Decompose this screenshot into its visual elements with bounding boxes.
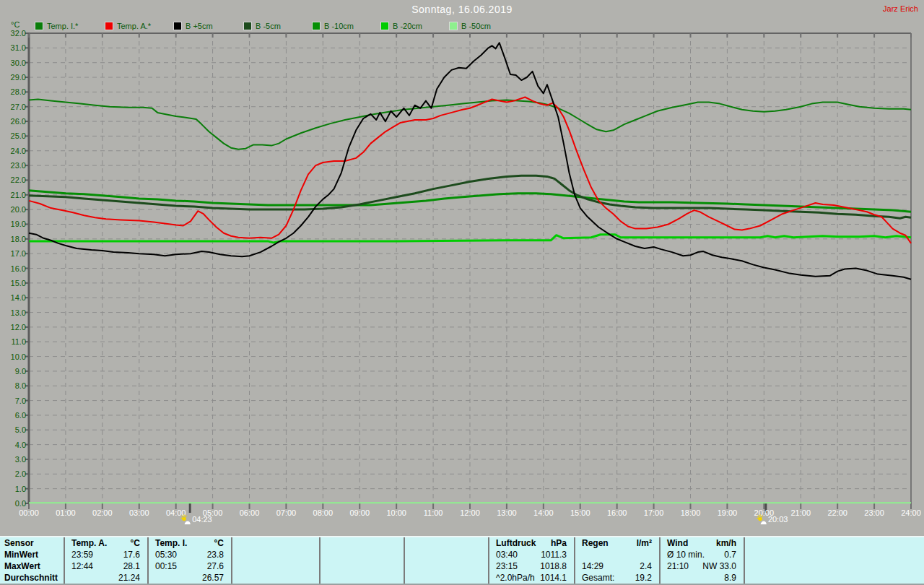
y-axis-tick-label: 1.0 [0, 485, 26, 494]
stats-value-time: 00:15 [149, 560, 177, 572]
stats-section-header: Temp. I.°C [149, 537, 231, 549]
stats-value-row [321, 549, 404, 560]
sunrise-marker: 04:23 [180, 514, 212, 524]
stats-value-time [321, 549, 327, 560]
stats-value [312, 572, 319, 584]
stats-value-row [745, 572, 924, 584]
stats-value-time [232, 560, 239, 572]
y-axis-tick-label: 16.0 [0, 264, 26, 274]
stats-section-header: LuftdruckhPa [489, 537, 574, 549]
stats-value [652, 549, 659, 560]
stats-section-name [321, 537, 327, 549]
y-axis-tick-label: 27.0 [0, 103, 26, 112]
y-axis-tick-label: 2.0 [0, 469, 26, 479]
y-axis-tick-label: 29.0 [0, 73, 26, 82]
stats-value [481, 572, 488, 584]
stats-section-regen: Regenl/m²14:292.4Gesamt:19.2 [574, 537, 659, 584]
stats-value: 28.1 [123, 560, 147, 572]
y-axis-tick-label: 0.0 [0, 499, 26, 508]
stats-value-row: 23:5917.6 [65, 549, 147, 560]
stats-value-time: Gesamt: [575, 572, 614, 584]
stats-value: 1014.1 [540, 572, 574, 584]
stats-section-name [232, 537, 239, 549]
sun-time-label: 04:23 [192, 514, 212, 524]
y-axis-tick-label: 18.0 [0, 235, 26, 244]
stats-value-row [405, 549, 488, 560]
stats-value-time [745, 572, 751, 584]
y-axis-tick-label: 14.0 [0, 293, 26, 303]
stats-value-row: 21:10NW 33.0 [661, 560, 744, 572]
y-axis-tick-label: 7.0 [0, 396, 26, 406]
stats-value-row: ^2.0hPa/h1014.1 [489, 572, 574, 584]
x-axis-tick-label: 07:00 [276, 508, 297, 517]
stats-value-time [575, 549, 582, 560]
y-axis-tick-label: 4.0 [0, 441, 26, 450]
stats-value-row: 03:401011.3 [489, 549, 574, 560]
stats-section-unit: hPa [551, 537, 574, 549]
stats-value-time [321, 572, 327, 584]
x-axis-tick-label: 14:00 [533, 508, 554, 517]
y-axis-tick-label: 20.0 [0, 205, 26, 214]
stats-value: 21.24 [118, 572, 147, 584]
y-axis-tick-label: 23.0 [0, 161, 26, 170]
x-axis-tick-label: 13:00 [497, 508, 517, 517]
stats-value [481, 560, 488, 572]
stats-section-empty [231, 537, 319, 584]
stats-section-unit: °C [214, 537, 231, 549]
stats-value-row [745, 560, 924, 572]
x-axis-tick-label: 08:00 [313, 508, 334, 517]
stats-section-empty [319, 537, 404, 584]
stats-value-row [232, 560, 319, 572]
stats-value [312, 560, 319, 572]
y-axis-tick-label: 26.0 [0, 117, 26, 126]
stats-value-time: 21:10 [661, 560, 689, 572]
y-axis-tick-label: 8.0 [0, 381, 26, 391]
stats-value: 26.57 [202, 572, 231, 584]
stats-value-row: Ø 10 min.0.7 [661, 549, 744, 560]
stats-row-labels: SensorMinWertMaxWertDurchschnitt [0, 537, 64, 584]
stats-section-header [321, 537, 404, 549]
stats-section-name: Luftdruck [489, 537, 536, 549]
stats-value-time [65, 572, 71, 584]
stats-value-row [232, 572, 319, 584]
stats-section-temp-a: Temp. A.°C23:5917.612:4428.121.24 [64, 537, 147, 584]
stats-value-time [232, 572, 239, 584]
stats-value: 27.6 [207, 560, 231, 572]
y-axis-tick-label: 21.0 [0, 191, 26, 200]
y-axis-tick-label: 25.0 [0, 131, 26, 141]
y-axis-tick-label: 31.0 [0, 43, 26, 53]
stats-value [481, 549, 488, 560]
stats-value [396, 572, 404, 584]
stats-section-temp-i: Temp. I.°C05:3023.800:1527.626.57 [147, 537, 231, 584]
stats-value-row [405, 560, 488, 572]
y-axis-tick-label: 22.0 [0, 176, 26, 185]
sun-time-label: 20:03 [768, 514, 788, 524]
stats-value [917, 560, 924, 572]
stats-value-time [405, 549, 411, 560]
stats-section-unit [917, 537, 924, 549]
stats-section-header [745, 537, 924, 549]
x-axis-tick-label: 16:00 [607, 508, 627, 517]
x-axis-tick-label: 15:00 [570, 508, 590, 517]
x-axis-tick-label: 19:00 [718, 508, 738, 517]
stats-value-time [745, 560, 751, 572]
y-axis-tick-label: 3.0 [0, 455, 26, 464]
stats-section-header: Windkm/h [661, 537, 744, 549]
stats-value-time [661, 572, 667, 584]
x-axis-tick-label: 02:00 [92, 508, 113, 517]
stats-value-row: 14:292.4 [575, 560, 659, 572]
stats-value: 1018.8 [540, 560, 574, 572]
stats-value-row: 21.24 [65, 572, 147, 584]
stats-value: 8.9 [724, 572, 744, 584]
stats-value: 17.6 [123, 549, 147, 560]
stats-section-unit [396, 537, 404, 549]
stats-value-row [321, 560, 404, 572]
stats-value: 0.7 [724, 549, 744, 560]
stats-table: SensorMinWertMaxWertDurchschnittTemp. A.… [0, 536, 924, 585]
stats-value-time: 03:40 [489, 549, 518, 560]
stats-value-row [321, 572, 404, 584]
stats-value-time: ^2.0hPa/h [489, 572, 535, 584]
stats-value-time [745, 549, 751, 560]
x-axis-tick-label: 03:00 [129, 508, 149, 517]
stats-value-row: 05:3023.8 [149, 549, 231, 560]
